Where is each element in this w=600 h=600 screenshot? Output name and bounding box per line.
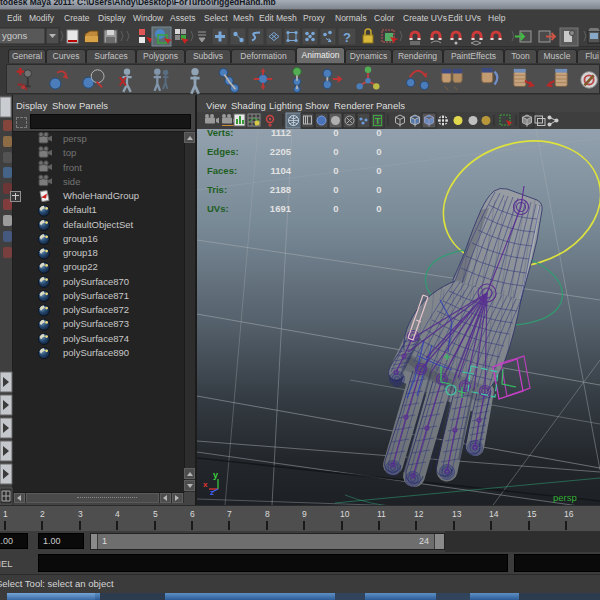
svg-text:0: 0 bbox=[376, 146, 381, 157]
svg-text:?: ? bbox=[343, 30, 351, 45]
svg-text:0: 0 bbox=[376, 129, 381, 138]
svg-text:1691: 1691 bbox=[270, 203, 292, 214]
svg-text:2205: 2205 bbox=[270, 146, 292, 157]
svg-text:2188: 2188 bbox=[270, 184, 291, 195]
svg-text:0: 0 bbox=[376, 203, 381, 214]
svg-text:0: 0 bbox=[376, 165, 381, 176]
svg-text:Edges:: Edges: bbox=[207, 146, 239, 157]
svg-text:0: 0 bbox=[333, 129, 338, 138]
svg-text:0: 0 bbox=[333, 165, 338, 176]
svg-text:0: 0 bbox=[376, 184, 381, 195]
svg-text:0: 0 bbox=[333, 184, 338, 195]
svg-text:x: x bbox=[203, 480, 208, 489]
svg-text:1104: 1104 bbox=[270, 165, 291, 176]
svg-text:z: z bbox=[210, 488, 214, 497]
svg-text:Faces:: Faces: bbox=[207, 165, 237, 176]
svg-text:Tris:: Tris: bbox=[207, 184, 227, 195]
svg-text:ygons: ygons bbox=[2, 30, 28, 41]
svg-text:0: 0 bbox=[333, 146, 338, 157]
svg-text:UVs:: UVs: bbox=[207, 203, 229, 214]
svg-text:y: y bbox=[213, 470, 218, 480]
svg-text:0: 0 bbox=[333, 203, 338, 214]
svg-text:T: T bbox=[375, 116, 381, 126]
svg-text:Verts:: Verts: bbox=[207, 129, 233, 138]
svg-text:1112: 1112 bbox=[271, 129, 291, 138]
svg-text:persp: persp bbox=[553, 492, 577, 503]
